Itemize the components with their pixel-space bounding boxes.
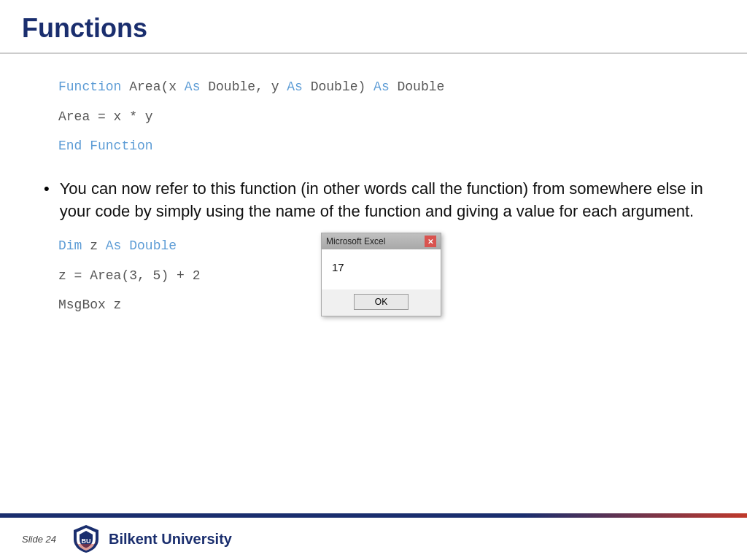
keyword-as-4: As [106, 238, 122, 253]
page-title: Functions [22, 13, 725, 44]
code-text: Area(x [121, 79, 184, 94]
msgbox-footer: OK [322, 289, 441, 316]
keyword-function: Function [58, 79, 121, 94]
code-text: Double) [303, 79, 374, 94]
msgbox-close-button[interactable]: ✕ [425, 236, 436, 247]
code2-line-1: Dim z As Double [58, 234, 277, 257]
keyword-end: End [58, 139, 82, 153]
msgbox-value: 17 [332, 261, 344, 273]
keyword-dim: Dim [58, 238, 82, 253]
code-block-2: Dim z As Double z = Area(3, 5) + 2 MsgBo… [44, 230, 292, 321]
msgbox-ok-button[interactable]: OK [354, 294, 409, 310]
code-block-1: Function Area(x As Double, y As Double) … [44, 69, 703, 165]
footer-wrapper: Slide 24 BU Bilkent University [0, 513, 747, 560]
bullet-section: • You can now refer to this function (in… [44, 178, 703, 223]
svg-text:BU: BU [81, 537, 90, 545]
code-line-2: Area = x * y [58, 106, 689, 128]
code-text: Double, y [200, 79, 287, 94]
code-line-3: End Function [58, 135, 689, 158]
slide-number: Slide 24 [22, 534, 56, 545]
keyword-function-end: Function [82, 139, 152, 153]
code2-line-3: MsgBox z [58, 293, 277, 316]
bullet-text: You can now refer to this function (in o… [60, 178, 703, 223]
keyword-as-2: As [287, 79, 303, 94]
code-dialog-row: Dim z As Double z = Area(3, 5) + 2 MsgBo… [44, 230, 703, 321]
header: Functions [0, 0, 747, 54]
keyword-as-1: As [185, 79, 201, 94]
bullet-dot: • [44, 179, 50, 198]
main-content: Function Area(x As Double, y As Double) … [0, 54, 747, 513]
code-text: Double [390, 79, 445, 94]
university-name: Bilkent University [109, 531, 232, 548]
msgbox-body: 17 [322, 249, 441, 289]
msgbox-title: Microsoft Excel [326, 236, 385, 246]
code-text: z [82, 238, 105, 253]
university-logo: BU [71, 524, 101, 554]
code2-line-2: z = Area(3, 5) + 2 [58, 264, 277, 287]
footer-content: Slide 24 BU Bilkent University [0, 518, 747, 560]
code-line-1: Function Area(x As Double, y As Double) … [58, 76, 689, 98]
msgbox-titlebar: Microsoft Excel ✕ [322, 233, 441, 249]
msgbox-dialog: Microsoft Excel ✕ 17 OK [321, 233, 441, 316]
type-double: Double [121, 238, 177, 253]
keyword-as-3: As [374, 79, 390, 94]
footer-logo-area: BU Bilkent University [71, 524, 232, 554]
